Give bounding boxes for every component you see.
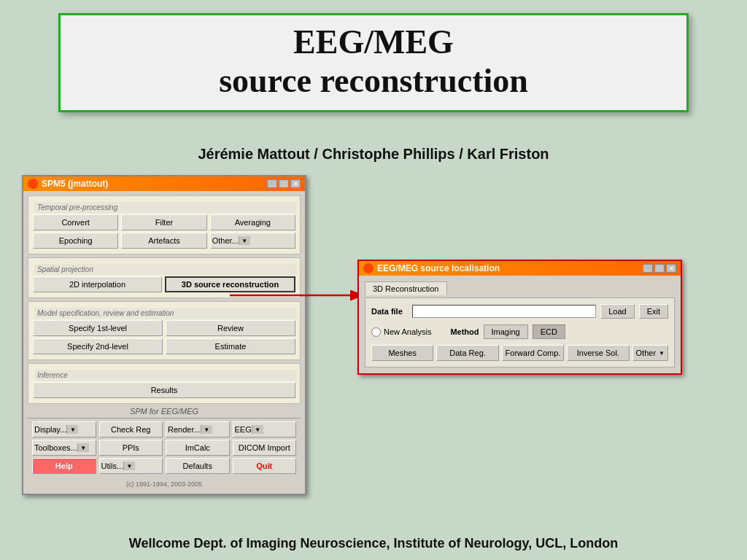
spm5-titlebar-left: SPM5 (jmattout)	[28, 179, 108, 189]
section-inference: Inference Results	[28, 363, 301, 404]
utils-button[interactable]: Utils... ▼	[99, 458, 163, 474]
section-spatial: Spatial projection 2D interpolation 3D s…	[28, 257, 301, 298]
other-button[interactable]: Other... ▼	[210, 233, 295, 249]
epoching-button[interactable]: Epoching	[33, 233, 118, 249]
new-analysis-radio[interactable]: New Analysis	[371, 327, 431, 337]
convert-button[interactable]: Convert	[33, 214, 118, 230]
toolbar-row-3: Help Utils... ▼ Defaults Quit	[31, 458, 298, 474]
title-line1: EEG/MEG	[75, 23, 672, 61]
section4-label: Inference	[34, 370, 297, 381]
maximize-button[interactable]: □	[279, 179, 289, 188]
spm-eeg-label: SPM for EEG/MEG	[28, 407, 301, 416]
3d-reconstruction-tab[interactable]: 3D Reconstruction	[365, 281, 447, 295]
spm5-titlebar: SPM5 (jmattout) _ □ ✕	[23, 176, 305, 191]
other-bottom-dropdown[interactable]: Other ▼	[632, 345, 668, 361]
new-analysis-label: New Analysis	[384, 327, 431, 336]
method-label: Method	[450, 327, 479, 336]
data-file-input[interactable]	[412, 305, 596, 318]
data-file-label: Data file	[371, 307, 408, 316]
data-reg-button[interactable]: Data Reg.	[436, 345, 498, 361]
eeg-content: Data file Load Exit New Analysis Method …	[365, 298, 675, 368]
check-reg-button[interactable]: Check Reg	[99, 421, 163, 438]
imaging-button[interactable]: Imaging	[484, 324, 528, 339]
btn-row-6: Results	[31, 382, 297, 398]
section-temporal: Temporal pre-processing Convert Filter A…	[28, 195, 301, 254]
spm5-controls: _ □ ✕	[267, 179, 301, 188]
eeg-window: EEG/MEG source localisation _ □ ✕ 3D Rec…	[357, 260, 682, 375]
btn-row-3: 2D interpolation 3D source reconstructio…	[31, 276, 297, 292]
render-button[interactable]: Render... ▼	[166, 421, 230, 438]
artefacts-button[interactable]: Artefacts	[121, 233, 206, 249]
spm5-body: Temporal pre-processing Convert Filter A…	[23, 191, 305, 494]
title-box: EEG/MEG source reconstruction	[58, 13, 689, 112]
analysis-method-row: New Analysis Method Imaging ECD	[371, 324, 668, 339]
eeg-bottom-buttons: Meshes Data Reg. Forward Comp. Inverse S…	[371, 345, 668, 361]
exit-button[interactable]: Exit	[639, 304, 668, 319]
eeg-button[interactable]: EEG ▼	[233, 421, 297, 438]
review-button[interactable]: Review	[166, 320, 295, 336]
eeg-titlebar: EEG/MEG source localisation _ □ ✕	[359, 261, 681, 276]
eeg-close-button[interactable]: ✕	[666, 264, 676, 273]
authors: Jérémie Mattout / Christophe Phillips / …	[0, 146, 747, 163]
section1-label: Temporal pre-processing	[34, 202, 297, 213]
btn-row-5: Specify 2nd-level Estimate	[31, 338, 297, 354]
spm5-window: SPM5 (jmattout) _ □ ✕ Temporal pre-proce…	[22, 175, 306, 495]
dicom-button[interactable]: DICOM Import	[233, 440, 297, 456]
load-button[interactable]: Load	[600, 304, 634, 319]
ecd-button[interactable]: ECD	[533, 324, 565, 339]
eeg-icon	[363, 263, 374, 273]
toolbar-row-1: Display... ▼ Check Reg Render... ▼ EEG ▼	[31, 421, 298, 438]
toolboxes-button[interactable]: Toolboxes... ▼	[32, 440, 96, 456]
new-analysis-input[interactable]	[371, 327, 381, 337]
eeg-maximize-button[interactable]: □	[654, 264, 665, 273]
spm5-toolbar: Display... ▼ Check Reg Render... ▼ EEG ▼…	[28, 418, 301, 479]
toolbar-row-2: Toolboxes... ▼ PPIs ImCalc DICOM Import	[31, 440, 298, 456]
section-model: Model specification, review and estimati…	[28, 301, 301, 360]
bottom-text: Wellcome Dept. of Imaging Neuroscience, …	[0, 536, 747, 551]
minimize-button[interactable]: _	[267, 179, 277, 188]
eeg-dropdown-arrow[interactable]: ▼	[252, 425, 263, 434]
quit-button[interactable]: Quit	[233, 458, 297, 474]
display-button[interactable]: Display... ▼	[32, 421, 96, 438]
btn-row-1: Convert Filter Averaging	[31, 214, 297, 230]
display-dropdown-arrow[interactable]: ▼	[66, 425, 78, 434]
estimate-button[interactable]: Estimate	[166, 338, 295, 354]
close-button[interactable]: ✕	[290, 179, 301, 188]
ppis-button[interactable]: PPIs	[99, 440, 163, 456]
section3-label: Model specification, review and estimati…	[34, 308, 297, 319]
averaging-button[interactable]: Averaging	[210, 214, 295, 230]
other-bottom-arrow: ▼	[659, 350, 665, 357]
spm5-title: SPM5 (jmattout)	[42, 179, 108, 189]
forward-comp-button[interactable]: Forward Comp.	[502, 345, 564, 361]
help-button[interactable]: Help	[32, 458, 96, 474]
other-bottom-label: Other	[636, 349, 657, 357]
eeg-tab-row: 3D Reconstruction	[365, 281, 675, 295]
eeg-body: 3D Reconstruction Data file Load Exit Ne…	[359, 276, 681, 373]
btn-2d[interactable]: 2D interpolation	[33, 276, 162, 292]
other-dropdown-arrow[interactable]: ▼	[239, 236, 250, 245]
inverse-sol-button[interactable]: Inverse Sol.	[567, 345, 629, 361]
eeg-minimize-button[interactable]: _	[643, 264, 653, 273]
meshes-button[interactable]: Meshes	[371, 345, 433, 361]
section2-label: Spatial projection	[34, 264, 297, 275]
eeg-title: EEG/MEG source localisation	[377, 263, 500, 273]
spm5-icon	[28, 179, 38, 189]
title-line2: source reconstruction	[75, 61, 672, 100]
utils-dropdown-arrow[interactable]: ▼	[123, 462, 135, 470]
btn-row-4: Specify 1st-level Review	[31, 320, 297, 336]
results-button[interactable]: Results	[33, 382, 295, 398]
toolboxes-dropdown-arrow[interactable]: ▼	[77, 443, 89, 452]
btn-3d[interactable]: 3D source reconstruction	[165, 276, 295, 292]
btn-row-2: Epoching Artefacts Other... ▼	[31, 233, 297, 249]
defaults-button[interactable]: Defaults	[166, 458, 230, 474]
specify1-button[interactable]: Specify 1st-level	[33, 320, 163, 336]
data-file-row: Data file Load Exit	[371, 304, 668, 319]
eeg-window-controls: _ □ ✕	[643, 264, 676, 273]
imcalc-button[interactable]: ImCalc	[166, 440, 230, 456]
copyright: (c) 1991-1994, 2003-2005	[28, 479, 301, 489]
specify2-button[interactable]: Specify 2nd-level	[33, 338, 163, 354]
render-dropdown-arrow[interactable]: ▼	[201, 425, 212, 434]
filter-button[interactable]: Filter	[121, 214, 206, 230]
